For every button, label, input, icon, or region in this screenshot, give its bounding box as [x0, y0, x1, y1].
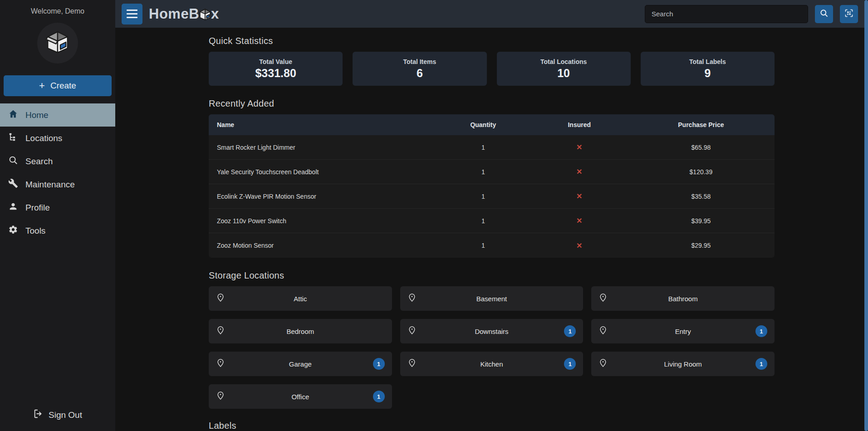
item-price: $65.98 — [628, 144, 775, 151]
scrollbar-thumb[interactable] — [864, 0, 868, 431]
item-price: $39.95 — [628, 217, 775, 225]
sidebar-item-label: Maintenance — [25, 180, 75, 190]
app-logo — [37, 23, 78, 64]
search-icon — [8, 155, 18, 167]
map-pin-icon — [407, 293, 421, 304]
item-count-badge: 1 — [564, 358, 576, 370]
plus-icon: + — [39, 81, 45, 91]
location-card-downstairs[interactable]: Downstairs 1 — [400, 319, 584, 343]
map-pin-icon — [407, 326, 421, 337]
sidebar-item-label: Search — [25, 157, 53, 167]
box-logo-icon — [44, 29, 71, 57]
location-name: Living Room — [612, 360, 754, 368]
sidebar-item-profile[interactable]: Profile — [0, 196, 115, 219]
topbar: HomeB x — [115, 0, 868, 28]
map-pin-icon — [216, 326, 230, 337]
location-name: Bedroom — [230, 328, 371, 335]
stat-value: 6 — [417, 67, 423, 80]
location-card-bedroom[interactable]: Bedroom — [209, 319, 392, 343]
sidebar-item-maintenance[interactable]: Maintenance — [0, 173, 115, 196]
stat-label: Total Items — [403, 58, 436, 65]
table-row[interactable]: Ecolink Z-Wave PIR Motion Sensor 1 ✕ $35… — [209, 184, 775, 209]
map-pin-icon — [216, 293, 230, 304]
location-card-attic[interactable]: Attic — [209, 286, 392, 311]
qr-scan-icon — [844, 9, 853, 19]
not-insured-icon: ✕ — [531, 241, 628, 250]
item-count-badge: 1 — [564, 325, 576, 337]
not-insured-icon: ✕ — [531, 192, 628, 201]
stat-label: Total Locations — [540, 58, 587, 65]
map-pin-icon — [598, 358, 612, 369]
location-name: Office — [230, 393, 371, 401]
search-submit-button[interactable] — [815, 5, 833, 23]
home-icon — [8, 109, 18, 121]
location-card-office[interactable]: Office 1 — [209, 384, 392, 409]
person-icon — [8, 201, 18, 214]
table-row[interactable]: Zooz Motion Sensor 1 ✕ $29.95 — [209, 233, 775, 258]
item-name: Zooz 110v Power Switch — [209, 217, 435, 225]
table-row[interactable]: Smart Rocker Light Dimmer 1 ✕ $65.98 — [209, 135, 775, 160]
sidebar-item-locations[interactable]: Locations — [0, 127, 115, 150]
labels-heading: Labels — [209, 421, 775, 431]
create-button-label: Create — [50, 81, 76, 91]
search-input[interactable] — [645, 5, 808, 23]
map-pin-icon — [598, 293, 612, 304]
location-card-basement[interactable]: Basement — [400, 286, 584, 311]
table-row[interactable]: Zooz 110v Power Switch 1 ✕ $39.95 — [209, 209, 775, 233]
app-title: HomeB x — [149, 6, 219, 22]
location-name: Attic — [230, 295, 371, 303]
location-card-garage[interactable]: Garage 1 — [209, 352, 392, 376]
sidebar-item-home[interactable]: Home — [0, 103, 115, 127]
qr-scan-button[interactable] — [840, 5, 858, 23]
location-card-entry[interactable]: Entry 1 — [591, 319, 775, 343]
column-header-purchase-price: Purchase Price — [628, 121, 775, 128]
box-logo-icon-small — [198, 8, 212, 21]
location-card-living-room[interactable]: Living Room 1 — [591, 352, 775, 376]
not-insured-icon: ✕ — [531, 167, 628, 176]
welcome-text: Welcome, Demo — [0, 0, 115, 15]
location-name: Entry — [612, 328, 754, 335]
recently-added-table: Name Quantity Insured Purchase Price Sma… — [209, 114, 775, 258]
sidebar: Welcome, Demo + Create Home — [0, 0, 115, 431]
storage-locations-grid: Attic Basement Bathroom Bedroom — [209, 286, 775, 409]
create-button[interactable]: + Create — [4, 75, 112, 96]
quick-statistics-heading: Quick Statistics — [209, 36, 775, 46]
column-header-quantity: Quantity — [435, 121, 531, 128]
main-area: HomeB x — [115, 0, 868, 431]
sign-out-button[interactable]: Sign Out — [0, 405, 115, 425]
scrollbar-track[interactable] — [864, 0, 868, 431]
item-quantity: 1 — [435, 193, 531, 200]
menu-button[interactable] — [122, 4, 142, 24]
item-price: $35.58 — [628, 193, 775, 200]
map-pin-icon — [216, 358, 230, 369]
item-quantity: 1 — [435, 168, 531, 176]
recently-added-heading: Recently Added — [209, 98, 775, 109]
stat-card-total-value: Total Value $331.80 — [209, 52, 343, 86]
location-name: Kitchen — [421, 360, 563, 368]
item-name: Zooz Motion Sensor — [209, 242, 435, 249]
item-name: Ecolink Z-Wave PIR Motion Sensor — [209, 193, 435, 200]
location-name: Downstairs — [421, 328, 563, 335]
location-name: Bathroom — [612, 295, 754, 303]
sidebar-nav: Home Locations Search — [0, 103, 115, 242]
item-quantity: 1 — [435, 217, 531, 225]
item-name: Yale Security Touchscreen Deadbolt — [209, 168, 435, 176]
item-price: $120.39 — [628, 168, 775, 176]
location-card-bathroom[interactable]: Bathroom — [591, 286, 775, 311]
tree-icon — [8, 132, 18, 144]
sidebar-item-tools[interactable]: Tools — [0, 219, 115, 242]
item-count-badge: 1 — [373, 358, 385, 370]
location-name: Basement — [421, 295, 563, 303]
table-row[interactable]: Yale Security Touchscreen Deadbolt 1 ✕ $… — [209, 160, 775, 184]
page-content: Quick Statistics Total Value $331.80 Tot… — [115, 28, 868, 431]
map-pin-icon — [598, 326, 612, 337]
item-price: $29.95 — [628, 242, 775, 249]
sidebar-item-label: Home — [25, 110, 49, 120]
location-card-kitchen[interactable]: Kitchen 1 — [400, 352, 584, 376]
sidebar-item-search[interactable]: Search — [0, 150, 115, 173]
location-name: Garage — [230, 360, 371, 368]
stat-value: 10 — [557, 67, 570, 80]
item-quantity: 1 — [435, 242, 531, 249]
sign-out-label: Sign Out — [49, 410, 82, 420]
quick-statistics-row: Total Value $331.80 Total Items 6 Total … — [209, 52, 775, 86]
